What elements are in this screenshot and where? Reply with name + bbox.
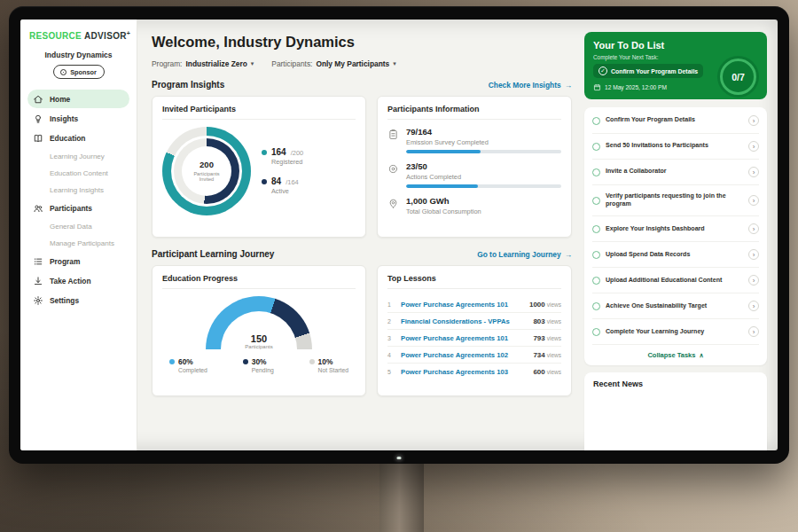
task-row-upload-spend-data[interactable]: Upload Spend Data Records › [592,242,759,268]
donut-center-label: Participants Invited [189,171,224,183]
sidebar-item-general-data[interactable]: General Data [27,218,129,234]
donut-center: 200 Participants Invited [189,160,224,183]
location-pin-icon [387,198,399,209]
legend-pct: 60% [178,357,193,366]
todo-task-list: Confirm Your Program Details › Send 50 I… [584,107,767,365]
bulb-icon [33,113,43,124]
calendar-icon [593,83,601,91]
program-insights-cards: Invited Participants 200 Particip [152,96,572,238]
sidebar-nav: Home Insights Education Learning Journey… [20,90,137,309]
task-row-achieve-target[interactable]: Achieve One Sustainability Target › [592,293,759,319]
chevron-down-icon: ▾ [251,60,254,67]
sidebar-item-insights[interactable]: Insights [27,109,129,128]
donut-hole-outer: 200 Participants Invited [171,136,242,207]
task-checkbox [592,225,600,233]
legend-total: /164 [286,178,299,186]
sidebar-item-learning-journey[interactable]: Learning Journey [27,148,129,164]
lesson-link[interactable]: Power Purchase Agreements 101 [401,334,527,342]
arrow-right-icon: → [565,81,572,90]
task-row-upload-educational-content[interactable]: Upload Additional Educational Content › [592,268,759,293]
top-lessons-card: Top Lessons 1 Power Purchase Agreements … [377,265,572,396]
monitor-bezel: RESOURCEADVISOR+ Industry Dynamics Spons… [9,6,789,464]
donut-hole-inner: 200 Participants Invited [182,146,231,196]
program-filter[interactable]: Program: Industrialize Zero ▾ [152,59,254,68]
next-task-label: Confirm Your Program Details [611,68,698,74]
collapse-caret-icon: ∧ [699,352,703,358]
sidebar-item-education[interactable]: Education [27,129,129,147]
lesson-link[interactable]: Power Purchase Agreements 102 [401,351,527,359]
sponsor-badge[interactable]: Sponsor [53,65,105,79]
legend-dot-completed [169,359,175,364]
todo-progress-value: 0/7 [732,72,745,82]
sidebar-item-learning-insights[interactable]: Learning Insights [27,182,129,198]
invited-card-body: 200 Participants Invited [162,127,356,215]
chevron-down-icon: ▾ [393,60,396,67]
legend-dot-pending [243,359,248,364]
task-row-explore-insights[interactable]: Explore Your Insights Dashboard › [592,216,759,242]
todo-progress-circle: 0/7 [717,56,759,98]
card-title: Participants Information [387,105,561,120]
legend-active: 84 /164 Active [262,176,303,195]
due-date: 12 May 2025, 12:00 PM [605,84,667,90]
info-row-emission-survey: 79/164 Emission Survey Completed [387,127,561,153]
donut-ring-inner: 200 Participants Invited [174,138,239,204]
sidebar-item-manage-participants[interactable]: Manage Participants [27,235,129,251]
lesson-row: 4 Power Purchase Agreements 102 734views [387,347,561,364]
lesson-link[interactable]: Power Purchase Agreements 103 [401,368,527,376]
participants-filter[interactable]: Participants: Only My Participants ▾ [271,59,395,68]
nav-label: Education Content [50,169,108,177]
lesson-rank: 2 [387,318,395,325]
lesson-views: 734views [533,351,561,359]
task-checkbox [592,143,600,151]
org-name: Industry Dynamics [20,51,137,59]
app-logo: RESOURCEADVISOR+ [20,28,137,41]
chevron-right-icon: › [748,167,759,177]
sidebar-item-participants[interactable]: Participants [27,199,129,217]
task-row-send-invitations[interactable]: Send 50 Invitations to Participants › [592,134,759,160]
info-value: 79/164 [406,127,561,137]
check-more-insights-link[interactable]: Check More Insights → [489,81,572,90]
chevron-right-icon: › [748,249,759,260]
gauge-center-label: Participants [206,344,312,349]
nav-label: Program [50,257,80,266]
nav-label: Learning Insights [50,186,104,194]
nav-label: Home [50,95,70,104]
collapse-tasks-link[interactable]: Collapse Tasks∧ [592,345,759,362]
next-task-chip[interactable]: ✓ Confirm Your Program Details [593,64,703,78]
card-title: Top Lessons [387,274,561,289]
task-row-confirm-program[interactable]: Confirm Your Program Details › [592,108,759,134]
info-progress-fill [406,184,478,188]
lesson-row: 3 Power Purchase Agreements 101 793views [387,330,561,347]
go-to-learning-journey-link[interactable]: Go to Learning Journey → [477,250,572,259]
program-filter-value: Industrialize Zero [185,59,246,68]
gauge-center-value: 150 [206,333,312,344]
sidebar-item-home[interactable]: Home [27,90,129,108]
sidebar-item-education-content[interactable]: Education Content [27,165,129,181]
task-row-verify-participants[interactable]: Verify participants requesting to join t… [592,185,759,216]
power-led [397,457,402,459]
link-label: Go to Learning Journey [477,250,560,259]
program-insights-header: Program Insights Check More Insights → [152,80,572,90]
chevron-right-icon: › [748,141,759,152]
legend-dot-active [262,179,267,184]
logo-resource: RESOURCE [29,31,82,41]
chevron-right-icon: › [748,115,759,126]
task-row-invite-collaborator[interactable]: Invite a Collaborator › [592,160,759,185]
lesson-views: 803views [533,317,561,325]
task-row-complete-learning-journey[interactable]: Complete Your Learning Journey › [592,319,759,345]
education-gauge-chart: 150 Participants [206,296,312,349]
gauge-center: 150 Participants [206,333,312,349]
sidebar-item-take-action[interactable]: Take Action [27,271,129,290]
nav-label: Insights [50,114,78,123]
task-checkbox [592,168,600,176]
lesson-link[interactable]: Power Purchase Agreements 101 [401,301,523,309]
lesson-link[interactable]: Financial Considerations - VPPAs [401,317,527,325]
todo-column: Your To Do List Complete Your Next Task:… [581,20,778,450]
survey-icon [387,129,399,140]
sidebar-item-settings[interactable]: Settings [27,291,129,309]
sidebar-item-program[interactable]: Program [27,252,129,270]
info-value: 23/50 [406,161,561,171]
info-label: Total Global Consumption [406,207,561,215]
info-progress-fill [406,150,481,153]
nav-label: Participants [50,204,92,213]
